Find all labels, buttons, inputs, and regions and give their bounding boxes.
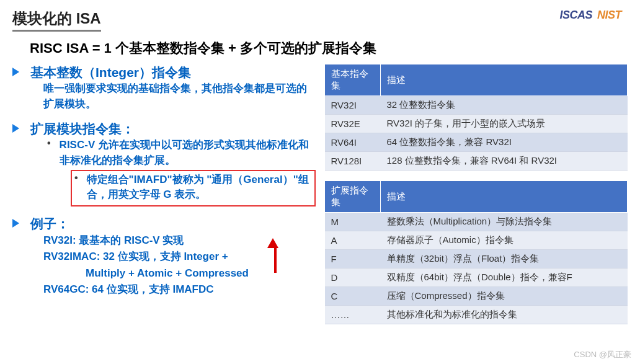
table-row: D双精度（64bit）浮点（Double）指令，兼容F <box>325 269 628 287</box>
subtitle: RISC ISA = 1 个基本整数指令集 + 多个可选的扩展指令集 <box>0 35 640 64</box>
section-example: 例子： RV32I: 最基本的 RISC-V 实现 RV32IMAC: 32 位… <box>12 215 316 298</box>
slide-title: 模块化的 ISA <box>12 9 101 32</box>
bullet-text: RISC-V 允许在实现中以可选的形式实现其他标准化和非标准化的指令集扩展。 <box>60 138 316 168</box>
cell: M <box>325 213 381 231</box>
table-row: RV64I64 位整数指令集，兼容 RV32I <box>325 133 628 152</box>
cell: A <box>325 231 381 250</box>
logo-iscas: ISCAS <box>559 9 592 22</box>
cell: RV32E <box>325 115 381 133</box>
table-row: RV32ERV32I 的子集，用于小型的嵌入式场景 <box>325 115 628 133</box>
bullet-triangle-icon <box>12 219 19 228</box>
logo-nist: NIST <box>597 9 621 22</box>
example-line: RV64GC: 64 位实现，支持 IMAFDC <box>43 282 316 298</box>
cell: 双精度（64bit）浮点（Double）指令，兼容F <box>381 269 628 287</box>
cell: 压缩（Compressed）指令集 <box>381 287 628 306</box>
bullet-triangle-icon <box>12 68 19 76</box>
table-row: C压缩（Compressed）指令集 <box>325 287 628 306</box>
bullet-triangle-icon <box>12 124 19 133</box>
table-header: 描述 <box>381 64 628 96</box>
table-row: F单精度（32bit）浮点（Float）指令集 <box>325 250 628 269</box>
cell: 32 位整数指令集 <box>381 96 628 115</box>
section-title-integer: 基本整数（Integer）指令集 <box>30 64 191 81</box>
table-row: RV32I32 位整数指令集 <box>325 96 628 115</box>
cell: D <box>325 269 381 287</box>
cell: …… <box>325 306 381 324</box>
bullet-dot-icon: • <box>47 138 51 168</box>
table-header: 描述 <box>381 181 628 213</box>
cell: RV64I <box>325 133 381 152</box>
cell: 其他标准化和为标准化的指令集 <box>381 306 628 324</box>
header: 模块化的 ISA ISCAS NIST <box>0 0 640 35</box>
table-header: 基本指令集 <box>325 64 381 96</box>
cell: C <box>325 287 381 306</box>
section-extension: 扩展模块指令集： • RISC-V 允许在实现中以可选的形式实现其他标准化和非标… <box>12 120 316 206</box>
bullet-item: • RISC-V 允许在实现中以可选的形式实现其他标准化和非标准化的指令集扩展。 <box>43 138 316 168</box>
section-integer: 基本整数（Integer）指令集 唯一强制要求实现的基础指令集，其他指令集都是可… <box>12 64 316 112</box>
watermark: CSDN @风正豪 <box>574 349 631 360</box>
cell: 存储器原子（Automic）指令集 <box>381 231 628 250</box>
table-row: M整数乘法（Multiplication）与除法指令集 <box>325 213 628 231</box>
table-header: 扩展指令集 <box>325 181 381 213</box>
table-extension-isa: 扩展指令集 描述 M整数乘法（Multiplication）与除法指令集 A存储… <box>324 180 628 324</box>
cell: 64 位整数指令集，兼容 RV32I <box>381 133 628 152</box>
cell: 单精度（32bit）浮点（Float）指令集 <box>381 250 628 269</box>
cell: 128 位整数指令集，兼容 RV64I 和 RV32I <box>381 152 628 171</box>
highlight-box: • 特定组合"IMAFD"被称为 "通用（General）"组合，用英文字母 G… <box>71 170 316 206</box>
bullet-dot-icon: • <box>74 172 78 203</box>
bullet-text-imafd: 特定组合"IMAFD"被称为 "通用（General）"组合，用英文字母 G 表… <box>87 172 312 203</box>
logos: ISCAS NIST <box>559 9 621 22</box>
table-row: ……其他标准化和为标准化的指令集 <box>325 306 628 324</box>
red-arrow-icon <box>272 238 278 273</box>
right-column: 基本指令集 描述 RV32I32 位整数指令集 RV32ERV32I 的子集，用… <box>324 64 628 324</box>
table-basic-isa: 基本指令集 描述 RV32I32 位整数指令集 RV32ERV32I 的子集，用… <box>324 64 628 171</box>
cell: RV32I <box>325 96 381 115</box>
main-content: 基本整数（Integer）指令集 唯一强制要求实现的基础指令集，其他指令集都是可… <box>0 64 640 324</box>
left-column: 基本整数（Integer）指令集 唯一强制要求实现的基础指令集，其他指令集都是可… <box>12 64 316 324</box>
section-title-example: 例子： <box>30 215 69 233</box>
section-body-integer: 唯一强制要求实现的基础指令集，其他指令集都是可选的扩展模块。 <box>12 81 316 112</box>
section-title-extension: 扩展模块指令集： <box>30 120 135 138</box>
cell: F <box>325 250 381 269</box>
cell: RV32I 的子集，用于小型的嵌入式场景 <box>381 115 628 133</box>
cell: 整数乘法（Multiplication）与除法指令集 <box>381 213 628 231</box>
cell: RV128I <box>325 152 381 171</box>
table-row: RV128I128 位整数指令集，兼容 RV64I 和 RV32I <box>325 152 628 171</box>
table-row: A存储器原子（Automic）指令集 <box>325 231 628 250</box>
